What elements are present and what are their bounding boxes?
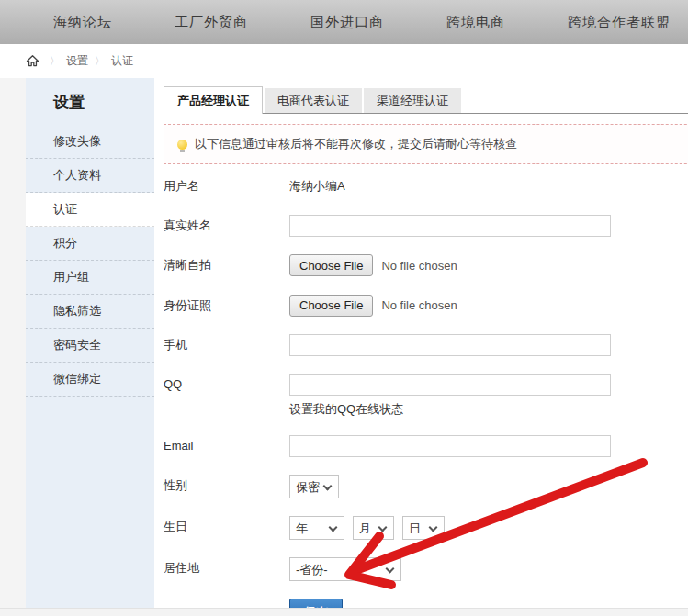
settings-sidebar: 设置 修改头像个人资料认证积分用户组隐私筛选密码安全微信绑定	[26, 78, 154, 609]
birthday-dropdown-1[interactable]: 月	[354, 517, 393, 539]
breadcrumb-item-0[interactable]: 设置	[66, 53, 88, 69]
birthday-select-0[interactable]: 年	[289, 516, 344, 540]
left-gutter	[0, 78, 26, 609]
main-panel: 产品经理认证电商代表认证渠道经理认证 以下信息通过审核后将不能再次修改，提交后请…	[164, 78, 688, 609]
breadcrumb-separator: 〉	[95, 54, 105, 68]
verification-form: 用户名海纳小编A真实姓名清晰自拍Choose FileNo file chose…	[164, 175, 688, 581]
content-area: 设置 修改头像个人资料认证积分用户组隐私筛选密码安全微信绑定 产品经理认证电商代…	[0, 78, 688, 609]
sidebar-item-隐私筛选[interactable]: 隐私筛选	[26, 295, 154, 329]
breadcrumb-separator: 〉	[50, 54, 60, 68]
field-label: 手机	[164, 334, 289, 356]
nav-item-3[interactable]: 跨境电商	[446, 14, 505, 31]
birthday-select-1[interactable]: 月	[353, 516, 394, 540]
id-photo-file-status: No file chosen	[381, 298, 457, 312]
residence-select[interactable]: -省份-	[289, 557, 401, 581]
form-row-email: Email	[164, 435, 688, 457]
sidebar-item-密码安全[interactable]: 密码安全	[26, 329, 154, 363]
form-row-qq: QQ设置我的QQ在线状态	[164, 374, 688, 418]
id-photo-choose-file-button[interactable]: Choose File	[289, 295, 373, 317]
email-input[interactable]	[289, 435, 611, 457]
nav-item-0[interactable]: 海纳论坛	[53, 14, 112, 31]
top-navbar: 海纳论坛工厂外贸商国外进口商跨境电商跨境合作者联盟	[0, 0, 688, 44]
notice-text: 以下信息通过审核后将不能再次修改，提交后请耐心等待核查	[195, 136, 517, 152]
residence-dropdown[interactable]: -省份-	[290, 558, 400, 580]
nav-item-1[interactable]: 工厂外贸商	[175, 14, 248, 31]
notice-banner: 以下信息通过审核后将不能再次修改，提交后请耐心等待核查	[164, 124, 688, 164]
home-icon[interactable]	[26, 54, 39, 68]
selfie-file-status: No file chosen	[381, 259, 457, 273]
sidebar-item-微信绑定[interactable]: 微信绑定	[26, 363, 154, 397]
field-label: 用户名	[164, 175, 289, 197]
qq-hint: 设置我的QQ在线状态	[289, 401, 611, 418]
verification-tabs: 产品经理认证电商代表认证渠道经理认证	[164, 86, 688, 114]
field-label: 清晰自拍	[164, 254, 289, 276]
tab-0[interactable]: 产品经理认证	[164, 86, 263, 114]
sidebar-item-积分[interactable]: 积分	[26, 227, 154, 261]
birthday-dropdown-0[interactable]: 年	[290, 517, 344, 539]
form-row-username: 用户名海纳小编A	[164, 175, 688, 197]
form-row-realname: 真实姓名	[164, 215, 688, 237]
mobile-input[interactable]	[289, 334, 611, 356]
form-row-birthday: 生日年月日	[164, 516, 688, 540]
qq-input[interactable]	[289, 374, 611, 396]
tab-2[interactable]: 渠道经理认证	[364, 88, 461, 113]
sidebar-item-修改头像[interactable]: 修改头像	[26, 125, 154, 159]
field-label: 性别	[164, 475, 289, 497]
field-label: QQ	[164, 374, 289, 396]
sidebar-title: 设置	[26, 78, 154, 125]
form-row-residence: 居住地-省份-	[164, 557, 688, 581]
breadcrumb: 〉设置〉认证	[0, 44, 688, 78]
username-value: 海纳小编A	[289, 179, 345, 193]
tab-1[interactable]: 电商代表认证	[265, 88, 362, 113]
form-row-gender: 性别保密	[164, 475, 688, 498]
form-row-id-photo: 身份证照Choose FileNo file chosen	[164, 295, 688, 318]
breadcrumb-item-1[interactable]: 认证	[111, 53, 133, 69]
birthday-dropdown-2[interactable]: 日	[403, 517, 444, 539]
form-row-selfie: 清晰自拍Choose FileNo file chosen	[164, 254, 688, 277]
gender-select[interactable]: 保密	[289, 475, 339, 498]
field-label: 居住地	[164, 557, 289, 579]
field-label: 身份证照	[164, 295, 289, 317]
birthday-select-2[interactable]: 日	[402, 516, 445, 540]
footer-strip	[0, 608, 688, 616]
nav-item-2[interactable]: 国外进口商	[310, 14, 384, 31]
bulb-icon	[177, 140, 187, 150]
sidebar-item-个人资料[interactable]: 个人资料	[26, 159, 154, 193]
field-label: 生日	[164, 516, 289, 538]
form-row-mobile: 手机	[164, 334, 688, 356]
realname-input[interactable]	[289, 215, 611, 237]
field-label: Email	[164, 435, 289, 457]
selfie-choose-file-button[interactable]: Choose File	[289, 254, 373, 276]
sidebar-item-认证[interactable]: 认证	[26, 193, 154, 227]
sidebar-item-用户组[interactable]: 用户组	[26, 261, 154, 295]
gender-dropdown[interactable]: 保密	[290, 476, 338, 498]
field-label: 真实姓名	[164, 215, 289, 237]
nav-item-4[interactable]: 跨境合作者联盟	[568, 14, 671, 31]
